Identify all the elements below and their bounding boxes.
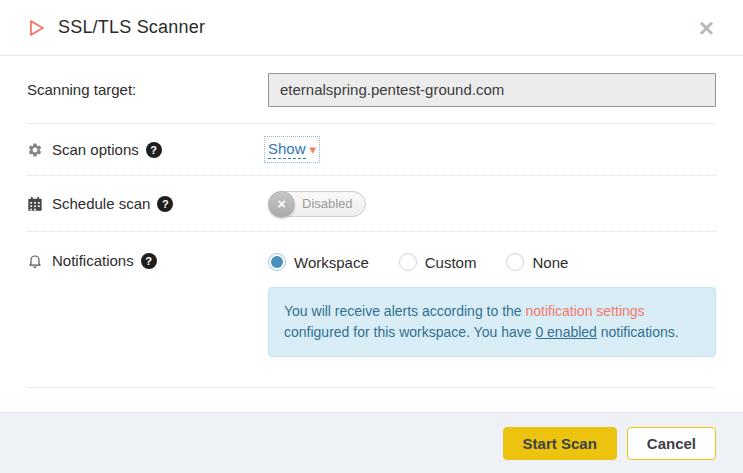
play-icon xyxy=(25,17,47,39)
info-text: You will receive alerts according to the xyxy=(284,303,526,319)
enabled-notifications-link[interactable]: 0 enabled xyxy=(535,324,597,340)
gear-icon xyxy=(27,142,43,158)
bell-icon xyxy=(27,253,43,269)
scanning-target-row: Scanning target: xyxy=(27,56,716,124)
help-icon[interactable]: ? xyxy=(141,253,157,269)
show-options-link[interactable]: Show ▾ xyxy=(268,140,316,160)
schedule-scan-label: Schedule scan xyxy=(52,195,150,212)
radio-workspace[interactable]: Workspace xyxy=(268,253,369,271)
ssl-tls-scanner-modal: SSL/TLS Scanner × Scanning target: Scan … xyxy=(0,0,743,473)
modal-header: SSL/TLS Scanner × xyxy=(0,0,743,56)
radio-custom[interactable]: Custom xyxy=(399,253,477,271)
notifications-row: Notifications ? Workspace Custom None xyxy=(27,232,716,388)
radio-icon[interactable] xyxy=(506,253,524,271)
info-text: configured for this workspace. You have xyxy=(284,324,535,340)
page-title: SSL/TLS Scanner xyxy=(58,17,205,38)
scanning-target-label: Scanning target: xyxy=(27,81,136,98)
toggle-state-label: Disabled xyxy=(302,196,365,211)
scanning-target-input[interactable] xyxy=(268,73,716,107)
radio-icon[interactable] xyxy=(268,253,286,271)
info-text: notifications. xyxy=(597,324,679,340)
scan-options-label: Scan options xyxy=(52,141,139,158)
chevron-down-icon: ▾ xyxy=(310,143,317,156)
notification-info-box: You will receive alerts according to the… xyxy=(268,287,716,357)
radio-none[interactable]: None xyxy=(506,253,568,271)
help-icon[interactable]: ? xyxy=(157,196,173,212)
scan-options-row: Scan options ? Show ▾ xyxy=(27,124,716,176)
toggle-x-icon: × xyxy=(268,191,295,218)
modal-footer: Start Scan Cancel xyxy=(0,412,743,473)
help-icon[interactable]: ? xyxy=(146,142,162,158)
modal-body: Scanning target: Scan options ? Show ▾ xyxy=(0,56,743,412)
schedule-scan-row: Schedule scan ? × Disabled xyxy=(27,176,716,232)
start-scan-button[interactable]: Start Scan xyxy=(503,427,617,460)
show-link-text[interactable]: Show xyxy=(268,140,306,160)
radio-icon[interactable] xyxy=(399,253,417,271)
scanning-target-label-wrap: Scanning target: xyxy=(27,81,268,98)
calendar-icon xyxy=(27,196,43,212)
notifications-label: Notifications xyxy=(52,252,134,269)
close-icon[interactable]: × xyxy=(695,13,718,43)
cancel-button[interactable]: Cancel xyxy=(627,427,716,460)
schedule-toggle[interactable]: × Disabled xyxy=(268,191,366,217)
notification-settings-link[interactable]: notification settings xyxy=(526,303,645,319)
notification-radio-group: Workspace Custom None xyxy=(268,252,716,271)
